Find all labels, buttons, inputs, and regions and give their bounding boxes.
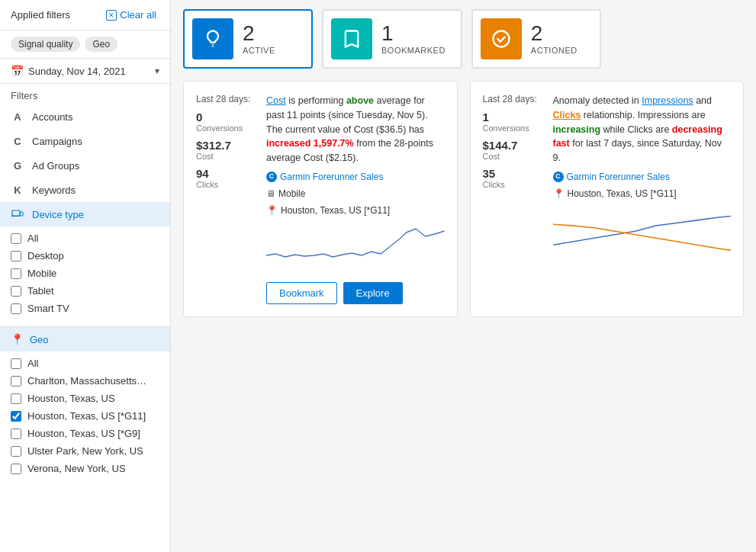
geo-houston-checkbox[interactable] xyxy=(11,393,21,404)
and-text: and xyxy=(696,95,712,106)
actioned-card-text: 2 Actioned xyxy=(531,23,577,55)
active-card-icon xyxy=(192,18,233,59)
location-icon-left: 📍 xyxy=(266,204,278,217)
geo-charlton-label: Charlton, Massachusetts… xyxy=(27,375,146,387)
applied-filters-label: Applied filters xyxy=(11,9,70,21)
left-location-info: 📍 Houston, Texas, US [*G11] xyxy=(266,204,445,217)
date-label: Sunday, Nov 14, 2021 xyxy=(28,66,150,77)
anomaly-right-stats: Last 28 days: 1 Conversions $144.7 Cost … xyxy=(483,94,544,262)
geo-houston-g9-item[interactable]: Houston, Texas, US [*G9] xyxy=(11,425,159,442)
percent-text: 1,597.7% xyxy=(314,138,354,149)
main-content: 2 Active 1 Bookmarked xyxy=(171,0,756,552)
keywords-icon: K xyxy=(11,183,24,197)
geo-houston-g9-checkbox[interactable] xyxy=(11,428,21,439)
stat-card-bookmarked[interactable]: 1 Bookmarked xyxy=(322,9,462,69)
device-smarttv-checkbox[interactable] xyxy=(11,303,21,314)
clear-all-label: Clear all xyxy=(120,9,156,21)
device-desktop-label: Desktop xyxy=(27,250,64,262)
bookmarked-card-icon xyxy=(331,18,372,59)
right-cost-value: $144.7 xyxy=(483,139,544,152)
explore-button[interactable]: Explore xyxy=(343,282,403,304)
left-device: Mobile xyxy=(278,187,305,201)
device-desktop-item[interactable]: Desktop xyxy=(11,247,159,265)
sidebar-item-adgroups[interactable]: G Ad Groups xyxy=(0,153,170,178)
right-campaign-info: C Garmin Forerunner Sales xyxy=(553,170,732,184)
left-device-info: 🖥 Mobile xyxy=(266,187,445,201)
geo-houston-g11-item[interactable]: Houston, Texas, US [*G11] xyxy=(11,407,159,425)
geo-verona-item[interactable]: Verona, New York, US xyxy=(11,460,159,477)
keywords-label: Keywords xyxy=(32,185,76,196)
while-text: while Clicks are xyxy=(603,124,672,135)
calendar-icon: 📅 xyxy=(11,65,24,77)
left-clicks-row: 94 Clicks xyxy=(196,167,257,189)
geo-all-item[interactable]: All xyxy=(11,355,159,372)
left-location: Houston, Texas, US [*G11] xyxy=(281,204,390,217)
impressions-link[interactable]: Impressions xyxy=(642,95,693,106)
right-conversions-label: Conversions xyxy=(483,124,544,133)
right-clicks-row: 35 Clicks xyxy=(483,167,544,189)
stat-cards-row: 2 Active 1 Bookmarked xyxy=(183,9,744,69)
right-cost-row: $144.7 Cost xyxy=(483,139,544,161)
svg-rect-0 xyxy=(12,210,20,216)
anomaly-left-stats: Last 28 days: 0 Conversions $312.7 Cost … xyxy=(196,94,257,304)
filter-tag-signal[interactable]: Signal quality xyxy=(11,37,80,52)
campaign-c-icon: C xyxy=(266,172,277,182)
sidebar-item-keywords[interactable]: K Keywords xyxy=(0,178,170,202)
stat-card-actioned[interactable]: 2 Actioned xyxy=(471,9,601,69)
clear-all-button[interactable]: ✕ Clear all xyxy=(103,8,159,22)
geo-charlton-checkbox[interactable] xyxy=(11,376,21,387)
right-chart-svg xyxy=(553,208,732,258)
right-campaign-c-icon: C xyxy=(553,172,564,182)
cost-metric-link[interactable]: Cost xyxy=(266,95,286,106)
geo-all-label: All xyxy=(27,358,38,369)
device-mobile-checkbox[interactable] xyxy=(11,268,21,279)
anomaly-card-right: Last 28 days: 1 Conversions $144.7 Cost … xyxy=(470,81,745,317)
since-text: for last 7 days, since Saturday, Nov 9. xyxy=(553,138,722,163)
sidebar-item-campaigns[interactable]: C Campaigns xyxy=(0,129,170,153)
svg-point-3 xyxy=(493,31,509,47)
sidebar-header: Applied filters ✕ Clear all xyxy=(0,0,170,30)
geo-ulster-checkbox[interactable] xyxy=(11,446,21,457)
right-location: Houston, Texas, US [*G11] xyxy=(568,187,677,201)
left-campaign-name: Garmin Forerunner Sales xyxy=(280,170,383,184)
device-tablet-checkbox[interactable] xyxy=(11,286,21,297)
adgroups-label: Ad Groups xyxy=(32,160,79,172)
geo-all-checkbox[interactable] xyxy=(11,358,21,369)
date-row[interactable]: 📅 Sunday, Nov 14, 2021 ▾ xyxy=(0,59,170,84)
geo-houston-g11-label: Houston, Texas, US [*G11] xyxy=(27,410,146,422)
anomaly-right-body: Last 28 days: 1 Conversions $144.7 Cost … xyxy=(483,94,732,262)
geo-houston-g11-checkbox[interactable] xyxy=(11,411,21,422)
clicks-link[interactable]: Clicks xyxy=(553,110,581,120)
stat-card-active[interactable]: 2 Active xyxy=(183,9,313,69)
sidebar-item-device-type[interactable]: Device type xyxy=(0,202,170,226)
svg-rect-1 xyxy=(21,212,24,216)
filter-tags: Signal quality Geo xyxy=(0,30,170,59)
bookmarked-card-number: 1 xyxy=(381,23,446,44)
right-clicks-label: Clicks xyxy=(483,180,544,189)
device-desktop-checkbox[interactable] xyxy=(11,251,21,262)
device-all-checkbox[interactable] xyxy=(11,233,21,244)
accounts-label: Accounts xyxy=(32,111,72,123)
geo-checkboxes: All Charlton, Massachusetts… Houston, Te… xyxy=(0,351,170,483)
device-type-checkboxes: All Desktop Mobile Tablet Smart TV xyxy=(0,226,170,323)
geo-ulster-item[interactable]: Ulster Park, New York, US xyxy=(11,442,159,460)
geo-header[interactable]: 📍 Geo xyxy=(0,327,170,351)
geo-verona-checkbox[interactable] xyxy=(11,464,21,474)
device-all-item[interactable]: All xyxy=(11,229,159,247)
device-smarttv-item[interactable]: Smart TV xyxy=(11,300,159,317)
device-tablet-item[interactable]: Tablet xyxy=(11,282,159,300)
right-campaign-name: Garmin Forerunner Sales xyxy=(567,170,670,184)
left-campaign-info: C Garmin Forerunner Sales xyxy=(266,170,445,184)
filter-tag-geo[interactable]: Geo xyxy=(85,37,117,52)
left-clicks-value: 94 xyxy=(196,167,257,180)
device-all-label: All xyxy=(27,233,38,244)
left-conversions-row: 0 Conversions xyxy=(196,111,257,133)
sidebar-item-accounts[interactable]: A Accounts xyxy=(0,104,170,129)
anomaly-right-header: Last 28 days: xyxy=(483,94,544,104)
bookmark-button[interactable]: Bookmark xyxy=(266,282,337,304)
geo-charlton-item[interactable]: Charlton, Massachusetts… xyxy=(11,372,159,390)
device-mobile-item[interactable]: Mobile xyxy=(11,265,159,282)
geo-houston-item[interactable]: Houston, Texas, US xyxy=(11,390,159,407)
left-cost-label: Cost xyxy=(196,152,257,161)
right-clicks-value: 35 xyxy=(483,167,544,180)
